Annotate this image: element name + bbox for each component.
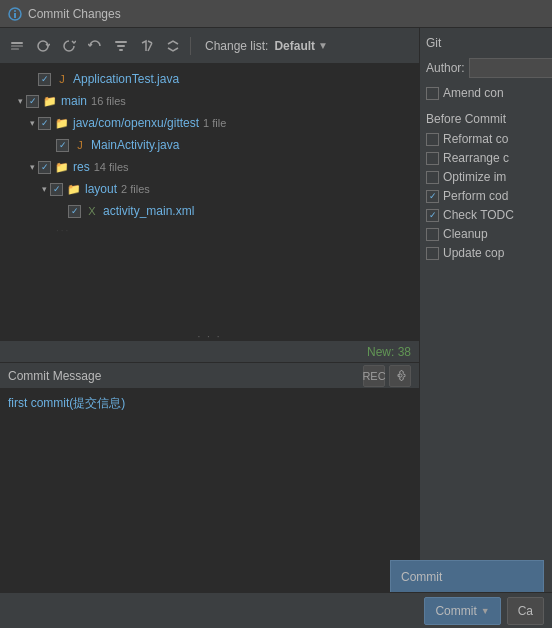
cancel-button[interactable]: Ca bbox=[507, 597, 544, 625]
amend-label: Amend con bbox=[443, 86, 504, 100]
settings-btn[interactable] bbox=[110, 35, 132, 57]
xml-file-icon: X bbox=[84, 203, 100, 219]
left-panel: Change list: Default ▼ ✓ J ApplicationTe… bbox=[0, 28, 420, 628]
title-bar-text: Commit Changes bbox=[28, 7, 121, 21]
git-label: Git bbox=[426, 36, 546, 50]
folder-icon-layout: 📁 bbox=[66, 181, 82, 197]
tree-item-activity-xml[interactable]: ✓ X activity_main.xml bbox=[0, 200, 419, 222]
arrow-down-icon: ▾ bbox=[14, 95, 26, 107]
sort-btn[interactable] bbox=[136, 35, 158, 57]
commit-dropdown-menu[interactable]: Commit bbox=[390, 560, 544, 592]
file-name-mainactivity: MainActivity.java bbox=[91, 138, 179, 152]
folder-icon-main: 📁 bbox=[42, 93, 58, 109]
option-reformat[interactable]: Reformat co bbox=[426, 132, 546, 146]
perform-label: Perform cod bbox=[443, 189, 508, 203]
right-panel: Git Author: Amend con Before Commit Refo… bbox=[420, 28, 552, 628]
sync-btn[interactable] bbox=[32, 35, 54, 57]
check-todo-checkbox[interactable]: ✓ bbox=[426, 209, 439, 222]
checkbox-applicationtest[interactable]: ✓ bbox=[38, 73, 51, 86]
revert-btn[interactable] bbox=[84, 35, 106, 57]
tree-item-more: ··· bbox=[0, 222, 419, 238]
option-optimize[interactable]: Optimize im bbox=[426, 170, 546, 184]
before-commit-label: Before Commit bbox=[426, 112, 546, 126]
commit-button[interactable]: Commit ▼ bbox=[424, 597, 500, 625]
cancel-btn-label: Ca bbox=[518, 604, 533, 618]
tree-item-java-pkg[interactable]: ▾ ✓ 📁 java/com/openxu/gittest 1 file bbox=[0, 112, 419, 134]
svg-rect-8 bbox=[119, 49, 123, 51]
toolbar: Change list: Default ▼ bbox=[0, 28, 419, 64]
file-name-applicationtest: ApplicationTest.java bbox=[73, 72, 179, 86]
amend-row[interactable]: Amend con bbox=[426, 86, 546, 100]
svg-rect-6 bbox=[115, 41, 127, 43]
update-cop-checkbox[interactable] bbox=[426, 247, 439, 260]
option-cleanup[interactable]: Cleanup bbox=[426, 227, 546, 241]
reload-btn[interactable] bbox=[58, 35, 80, 57]
svg-rect-5 bbox=[11, 48, 19, 49]
folder-count-layout: 2 files bbox=[121, 183, 150, 195]
svg-point-9 bbox=[399, 374, 402, 377]
reformat-checkbox[interactable] bbox=[426, 133, 439, 146]
change-list-dropdown[interactable]: Default ▼ bbox=[274, 39, 328, 53]
optimize-checkbox[interactable] bbox=[426, 171, 439, 184]
folder-count-res: 14 files bbox=[94, 161, 129, 173]
rearrange-checkbox[interactable] bbox=[426, 152, 439, 165]
no-arrow-xml-icon bbox=[56, 205, 68, 217]
expand-btn[interactable] bbox=[162, 35, 184, 57]
option-check-todo[interactable]: ✓ Check TODC bbox=[426, 208, 546, 222]
update-cop-label: Update cop bbox=[443, 246, 504, 260]
checkbox-res[interactable]: ✓ bbox=[38, 161, 51, 174]
rec-button[interactable]: REC bbox=[363, 365, 385, 387]
svg-rect-7 bbox=[117, 45, 125, 47]
app-icon bbox=[8, 7, 22, 21]
java-file-icon-main: J bbox=[72, 137, 88, 153]
option-rearrange[interactable]: Rearrange c bbox=[426, 151, 546, 165]
main-container: Change list: Default ▼ ✓ J ApplicationTe… bbox=[0, 28, 552, 628]
svg-point-1 bbox=[14, 10, 16, 12]
folder-icon-pkg: 📁 bbox=[54, 115, 70, 131]
checkbox-activity-xml[interactable]: ✓ bbox=[68, 205, 81, 218]
check-todo-label: Check TODC bbox=[443, 208, 514, 222]
check-icon: ✓ bbox=[429, 191, 437, 201]
commit-settings-btn[interactable] bbox=[389, 365, 411, 387]
checkbox-java-pkg[interactable]: ✓ bbox=[38, 117, 51, 130]
new-count-text: New: 38 bbox=[367, 345, 411, 359]
file-name-activity-xml: activity_main.xml bbox=[103, 204, 194, 218]
tree-item-applicationtest[interactable]: ✓ J ApplicationTest.java bbox=[0, 68, 419, 90]
change-list-name: Default bbox=[274, 39, 315, 53]
no-arrow-main-icon bbox=[44, 139, 56, 151]
folder-count-pkg: 1 file bbox=[203, 117, 226, 129]
tree-item-main[interactable]: ▾ ✓ 📁 main 16 files bbox=[0, 90, 419, 112]
cleanup-checkbox[interactable] bbox=[426, 228, 439, 241]
new-count-bar: New: 38 bbox=[0, 340, 419, 362]
author-input[interactable] bbox=[469, 58, 552, 78]
checkbox-mainactivity[interactable]: ✓ bbox=[56, 139, 69, 152]
folder-name-main: main bbox=[61, 94, 87, 108]
svg-rect-4 bbox=[11, 45, 23, 46]
folder-count-main: 16 files bbox=[91, 95, 126, 107]
commit-message-tools: REC bbox=[363, 365, 411, 387]
commit-message-header: Commit Message REC bbox=[0, 363, 419, 389]
option-update-cop[interactable]: Update cop bbox=[426, 246, 546, 260]
checkbox-main[interactable]: ✓ bbox=[26, 95, 39, 108]
svg-rect-3 bbox=[11, 42, 23, 44]
amend-checkbox[interactable] bbox=[426, 87, 439, 100]
change-list-label: Change list: bbox=[205, 39, 268, 53]
author-label: Author: bbox=[426, 61, 465, 75]
commit-message-section: Commit Message REC bbox=[0, 362, 419, 592]
tree-item-res[interactable]: ▾ ✓ 📁 res 14 files bbox=[0, 156, 419, 178]
commit-dropdown-item[interactable]: Commit bbox=[401, 570, 442, 584]
commit-btn-label: Commit bbox=[435, 604, 476, 618]
more-items-dots: ··· bbox=[56, 225, 70, 236]
tree-item-mainactivity[interactable]: ✓ J MainActivity.java bbox=[0, 134, 419, 156]
commit-dropdown-area: Commit bbox=[390, 560, 544, 592]
toolbar-sep bbox=[190, 37, 191, 55]
bottom-buttons: Commit ▼ Ca bbox=[0, 592, 552, 628]
tree-scroll-hint: · · · bbox=[0, 332, 419, 340]
option-perform[interactable]: ✓ Perform cod bbox=[426, 189, 546, 203]
checkbox-layout[interactable]: ✓ bbox=[50, 183, 63, 196]
arrow-down-pkg-icon: ▾ bbox=[26, 117, 38, 129]
tree-item-layout[interactable]: ▾ ✓ 📁 layout 2 files bbox=[0, 178, 419, 200]
perform-checkbox[interactable]: ✓ bbox=[426, 190, 439, 203]
folder-icon-res: 📁 bbox=[54, 159, 70, 175]
refresh-btn[interactable] bbox=[6, 35, 28, 57]
